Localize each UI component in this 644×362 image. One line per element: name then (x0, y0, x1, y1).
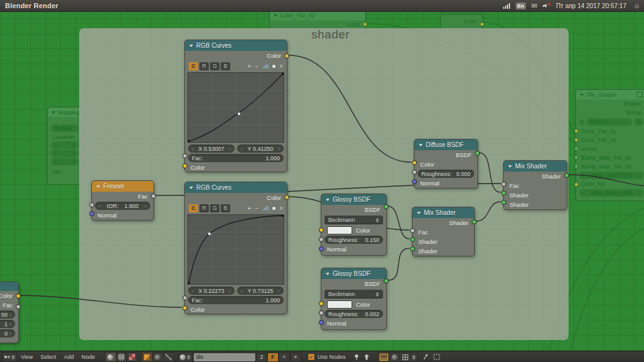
fake-user-button[interactable]: F (267, 353, 279, 362)
wrench-icon[interactable] (262, 205, 269, 211)
shader-input-socket-1[interactable] (501, 190, 506, 195)
node-rgb-curves-2[interactable]: RGB Curves Color C R G B + − × ‹ (184, 182, 287, 314)
value-slider[interactable]: 00› (0, 310, 15, 319)
color-input-socket[interactable] (319, 301, 324, 306)
color-input-socket[interactable] (182, 305, 187, 310)
network-icon[interactable] (503, 3, 510, 9)
node-header[interactable]: RGB Curves (185, 182, 287, 193)
collapse-icon[interactable] (96, 185, 100, 188)
fac-output-socket[interactable] (151, 194, 156, 199)
normal-input-socket[interactable] (412, 179, 417, 184)
collapse-icon[interactable] (508, 165, 512, 168)
menu-select[interactable]: Select (36, 354, 60, 360)
channel-r-button[interactable]: R (199, 62, 209, 70)
value-slider[interactable]: 0› (0, 329, 15, 337)
zoom-in-icon[interactable]: + (247, 205, 251, 212)
shader-output-socket[interactable] (472, 219, 477, 224)
curve-widget[interactable] (187, 72, 284, 143)
point-x-field[interactable]: ‹X 0.22273› (188, 287, 235, 295)
normal-input-socket[interactable] (319, 320, 324, 325)
users-count-button[interactable]: 2 (256, 353, 267, 362)
clipping-icon[interactable] (272, 207, 275, 210)
color-output-socket[interactable] (284, 195, 289, 200)
node-glossy-bsdf-2[interactable]: Glossy BSDF BSDF Beckmann Color Roughnes… (321, 268, 387, 330)
mail-icon[interactable]: ✉ (531, 2, 537, 10)
fac-slider[interactable]: Fac:1.000 (188, 296, 284, 304)
shader-input-socket-2[interactable] (410, 246, 415, 251)
node-header[interactable]: Mix Shader (504, 161, 567, 172)
snap-dropdown[interactable] (411, 352, 418, 362)
node-header[interactable]: RGB Curves (185, 40, 287, 51)
node-mix-shader-2[interactable]: Mix Shader Shader Fac Shader Shader (503, 160, 567, 210)
fac-input-socket[interactable] (410, 228, 415, 233)
shader-output-socket[interactable] (564, 173, 569, 178)
channel-g-button[interactable]: G (210, 204, 219, 212)
keyboard-layout-indicator[interactable]: En (516, 3, 526, 9)
editor-type-button[interactable] (2, 352, 17, 362)
roughness-input-socket[interactable] (319, 237, 324, 242)
node-fresnel[interactable]: Fresnel Fac ‹IOR:1.800› Normal (91, 180, 154, 221)
node-header[interactable]: Glossy BSDF (321, 194, 386, 205)
bsdf-output-socket[interactable] (384, 278, 389, 283)
point-y-field[interactable]: ‹Y 0.41250› (237, 145, 284, 153)
point-y-field[interactable]: ‹Y 0.73125› (237, 287, 284, 295)
zoom-in-icon[interactable]: + (247, 63, 251, 70)
fac-input-socket[interactable] (182, 295, 187, 300)
fac-slider[interactable]: Fac:1.000 (188, 154, 284, 162)
node-header[interactable]: Diffuse BSDF (414, 140, 477, 150)
node-mix-shader-1[interactable]: Mix Shader Shader Fac Shader Shader (412, 207, 475, 256)
use-nodes-checkbox[interactable]: ✓ (308, 353, 315, 361)
node-texture-partial[interactable]: Color Fac 00› 1› 0› (0, 282, 19, 343)
clock[interactable]: Пт апр 14 2017 20:57:17 (556, 3, 626, 9)
world-shader-button[interactable] (153, 352, 164, 362)
curve-widget[interactable] (187, 214, 284, 285)
manipulate-centers-button[interactable] (421, 353, 431, 361)
point-x-field[interactable]: ‹X 0.53007› (188, 145, 235, 153)
go-to-parent-button[interactable] (362, 353, 372, 361)
normal-input-socket[interactable] (89, 211, 94, 216)
zoom-out-icon[interactable]: − (255, 205, 258, 212)
roughness-slider[interactable]: Roughness:0.150 (325, 236, 383, 244)
channel-r-button[interactable]: R (199, 204, 209, 212)
menu-node[interactable]: Node (77, 354, 99, 360)
snap-mode-button[interactable] (400, 352, 411, 362)
curve-control-point[interactable] (238, 112, 240, 115)
node-glossy-bsdf-1[interactable]: Glossy BSDF BSDF Beckmann Color Roughnes… (321, 194, 387, 256)
channel-g-button[interactable]: G (210, 62, 219, 70)
backdrop-channels-button[interactable] (389, 352, 400, 362)
material-name-field[interactable] (193, 353, 256, 362)
new-material-button[interactable]: + (279, 353, 290, 362)
fac-input-socket[interactable] (182, 153, 187, 158)
shader-input-socket-2[interactable] (501, 200, 506, 205)
shader-input-socket-1[interactable] (410, 237, 415, 242)
menu-add[interactable]: Add (60, 354, 77, 360)
roughness-slider[interactable]: Roughness:0.002 (325, 310, 383, 318)
bsdf-output-socket[interactable] (384, 204, 389, 209)
color-input-socket[interactable] (182, 163, 187, 168)
channel-c-button[interactable]: C (189, 204, 198, 212)
texture-nodes-button[interactable] (127, 352, 138, 362)
node-header[interactable]: Fresnel (92, 181, 153, 192)
collapse-icon[interactable] (189, 187, 193, 189)
normal-input-socket[interactable] (319, 246, 324, 251)
unlink-material-button[interactable]: × (290, 353, 301, 362)
bsdf-output-socket[interactable] (475, 151, 480, 156)
collapse-icon[interactable] (189, 45, 193, 47)
shader-nodes-button[interactable] (105, 352, 116, 362)
fac-input-socket[interactable] (501, 182, 506, 187)
distribution-dropdown[interactable]: Beckmann (325, 290, 383, 299)
backdrop-toggle-button[interactable] (378, 352, 389, 362)
delete-point-icon[interactable]: × (279, 205, 283, 212)
channel-b-button[interactable]: B (221, 204, 230, 212)
object-shader-button[interactable] (142, 352, 153, 362)
roughness-input-socket[interactable] (319, 310, 324, 315)
node-diffuse-bsdf[interactable]: Diffuse BSDF BSDF Color Roughness:0.000 … (414, 139, 478, 189)
collapse-icon[interactable] (326, 199, 330, 201)
color-input-socket[interactable] (412, 160, 417, 165)
color-input-socket[interactable] (319, 228, 324, 233)
color-swatch[interactable] (327, 226, 352, 234)
curve-control-point[interactable] (208, 233, 211, 235)
color-output-socket[interactable] (284, 53, 289, 58)
fac-output-socket[interactable] (16, 304, 21, 309)
collapse-icon[interactable] (417, 212, 421, 214)
